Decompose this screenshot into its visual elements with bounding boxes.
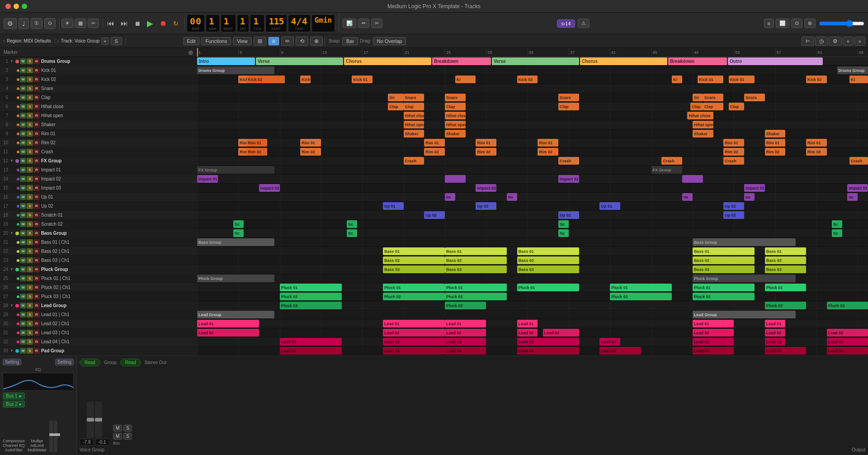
track-row-10[interactable]: 10MSRRim 02 bbox=[0, 138, 197, 147]
clip-t15-4[interactable]: Im bbox=[847, 193, 858, 201]
loop-btn[interactable]: ⟲ bbox=[296, 37, 308, 46]
track-solo-btn-5[interactable]: S bbox=[27, 95, 33, 100]
clip-t27-1[interactable]: Pluck 03 bbox=[445, 302, 486, 309]
track-record-btn-27[interactable]: R bbox=[33, 294, 40, 299]
track-record-btn-14[interactable]: R bbox=[33, 176, 40, 182]
clip-t18-2[interactable]: Sc bbox=[558, 220, 569, 228]
clip-t25-5[interactable]: Pluck 01 bbox=[693, 284, 755, 291]
clip-t26-1[interactable]: Pluck 02 bbox=[383, 293, 445, 300]
clip-t21-4[interactable]: Bass 01 bbox=[765, 247, 806, 255]
track-solo-btn-14[interactable]: S bbox=[27, 176, 33, 182]
track-record-btn-22[interactable]: R bbox=[33, 248, 40, 254]
play-btn[interactable]: ▶ bbox=[145, 18, 156, 29]
s-btn-2[interactable]: S bbox=[123, 433, 132, 440]
track-row-18[interactable]: 18MSRScratch 01 bbox=[0, 211, 197, 220]
track-row-29[interactable]: 29MSRLead 01 | Ch1 bbox=[0, 310, 197, 319]
clip-t21-0[interactable]: Bass 01 bbox=[383, 247, 445, 255]
edit-btn[interactable]: Edit bbox=[183, 37, 200, 45]
track-row-15[interactable]: 15MSRImpact 03 bbox=[0, 184, 197, 193]
track-mute-btn-22[interactable]: M bbox=[20, 248, 26, 254]
track-row-14[interactable]: 14MSRImpact 02 bbox=[0, 175, 197, 184]
m-btn[interactable]: M bbox=[113, 425, 122, 431]
track-mute-btn-11[interactable]: M bbox=[20, 149, 26, 155]
mix-icon[interactable]: ✂ bbox=[88, 19, 99, 28]
fader-channel1[interactable] bbox=[49, 421, 53, 452]
clip-t26-2[interactable]: Pluck 02 bbox=[445, 293, 507, 300]
clip-t6-2[interactable]: Hihat close bbox=[687, 112, 713, 119]
clip-t32-0[interactable]: Lead 04 bbox=[280, 347, 342, 355]
track-record-btn-16[interactable]: R bbox=[33, 194, 40, 200]
grid-btn[interactable]: ⊞ bbox=[254, 37, 266, 46]
clip-t8-0[interactable]: Shaker bbox=[404, 130, 425, 137]
main-fader-1[interactable] bbox=[87, 402, 94, 438]
track-record-btn-25[interactable]: R bbox=[33, 275, 40, 281]
track-row-24[interactable]: 24▼MSRPluck Group bbox=[0, 265, 197, 274]
track-solo-btn-3[interactable]: S bbox=[27, 76, 33, 82]
clip-t2-10[interactable]: Ki bbox=[849, 76, 868, 83]
plugin-btn[interactable]: ⊛ bbox=[804, 19, 816, 28]
track-record-btn-6[interactable]: R bbox=[33, 104, 40, 109]
clip-t4-1[interactable]: Snare bbox=[404, 94, 425, 101]
clip-t15-0[interactable]: Im bbox=[445, 193, 455, 201]
clip-t20-1[interactable]: Bass Group bbox=[693, 238, 796, 246]
stop-btn[interactable]: ⏹ bbox=[132, 19, 143, 28]
track-solo-btn-11[interactable]: S bbox=[27, 149, 33, 155]
clip-t13-2[interactable]: Impact 01 bbox=[558, 175, 579, 183]
track-solo-btn-26[interactable]: S bbox=[27, 284, 33, 290]
track-record-btn-33[interactable]: R bbox=[33, 348, 40, 354]
clip-t14-3[interactable]: Impact 02 bbox=[847, 184, 868, 192]
view-btn[interactable]: View bbox=[233, 37, 252, 45]
clip-t5-2[interactable]: Clap bbox=[445, 103, 466, 110]
clip-t7-0[interactable]: Hihat open bbox=[404, 121, 425, 128]
clip-t29-4[interactable]: Lead 01 bbox=[693, 320, 734, 327]
clip-t4-2[interactable]: Snare bbox=[445, 94, 466, 101]
clip-t32-6[interactable]: Lead 04 bbox=[765, 347, 806, 355]
clip-t2-6[interactable]: Ki bbox=[672, 76, 682, 83]
clip-t11-1[interactable]: Crash bbox=[558, 157, 579, 165]
list-btn[interactable]: ≡ bbox=[764, 19, 774, 28]
clip-t10-6[interactable]: Rim 02 bbox=[723, 148, 744, 156]
section-verse-4[interactable]: Verse bbox=[492, 57, 579, 65]
track-solo-btn-30[interactable]: S bbox=[27, 321, 33, 327]
quantize-btn[interactable]: ⊢ bbox=[802, 37, 814, 46]
clip-t10-7[interactable]: Rim 02 bbox=[765, 148, 786, 156]
count-in-btn[interactable]: ① bbox=[31, 18, 42, 29]
clip-t8-2[interactable]: Shaker bbox=[693, 130, 713, 137]
fader-channel2[interactable] bbox=[54, 421, 57, 452]
clip-t22-3[interactable]: Bass 02 bbox=[693, 256, 755, 264]
read-btn-2[interactable]: Read bbox=[120, 359, 141, 366]
clip-t4-4[interactable]: Sn bbox=[693, 94, 703, 101]
master-volume-slider[interactable] bbox=[819, 20, 864, 27]
clip-t1-1[interactable]: Drums Group bbox=[837, 66, 868, 74]
track-row-20[interactable]: 20▼MSRBass Group bbox=[0, 229, 197, 238]
capture-btn[interactable]: ⊙ bbox=[44, 18, 56, 29]
pencil-btn[interactable]: ✏ bbox=[358, 19, 369, 28]
track-row-5[interactable]: 5MSRClap bbox=[0, 93, 197, 102]
clip-t18-3[interactable]: Sc bbox=[832, 220, 842, 228]
clip-t13-0[interactable]: Impact 01 bbox=[197, 175, 218, 183]
clip-t21-3[interactable]: Bass 01 bbox=[693, 247, 755, 255]
track-mute-btn-7[interactable]: M bbox=[20, 113, 26, 118]
track-solo-btn-28[interactable]: S bbox=[27, 303, 33, 308]
track-record-btn-19[interactable]: R bbox=[33, 221, 40, 227]
track-row-17[interactable]: 17MSRUp 02 bbox=[0, 202, 197, 211]
record-btn[interactable]: ⏺ bbox=[157, 19, 169, 28]
clip-t4-3[interactable]: Snare bbox=[558, 94, 579, 101]
track-mute-btn-9[interactable]: M bbox=[20, 131, 26, 137]
clip-t5-3[interactable]: Clap bbox=[558, 103, 579, 110]
track-row-27[interactable]: 27MSRPluck 03 | Ch1 bbox=[0, 292, 197, 301]
minimize-button[interactable] bbox=[14, 4, 19, 9]
track-mute-btn-20[interactable]: M bbox=[20, 230, 26, 236]
close-button[interactable] bbox=[5, 4, 11, 9]
clip-t13-3[interactable] bbox=[682, 175, 703, 183]
clip-t25-6[interactable]: Pluck 01 bbox=[765, 284, 806, 291]
clip-t32-7[interactable]: Lead 04 bbox=[827, 347, 868, 355]
track-solo-btn-20[interactable]: S bbox=[27, 230, 33, 236]
clip-t22-1[interactable]: Bass 02 bbox=[445, 256, 507, 264]
track-record-btn-30[interactable]: R bbox=[33, 321, 40, 327]
track-row-16[interactable]: 16MSRUp 01 bbox=[0, 193, 197, 202]
clip-t24-0[interactable]: Pluck Group bbox=[197, 275, 274, 282]
track-record-btn-31[interactable]: R bbox=[33, 330, 40, 336]
clip-t28-0[interactable]: Lead Group bbox=[197, 311, 274, 318]
clip-t23-0[interactable]: Bass 03 bbox=[383, 265, 445, 273]
